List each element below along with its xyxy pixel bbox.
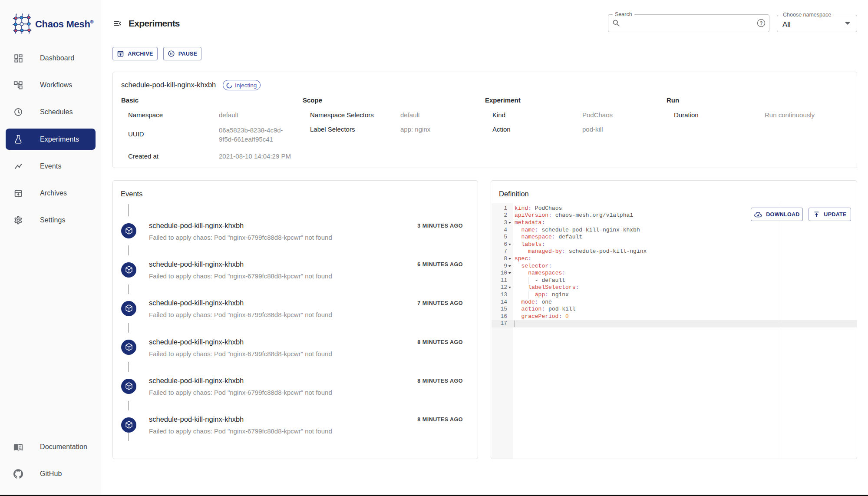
svg-text:?: ?: [760, 20, 763, 26]
